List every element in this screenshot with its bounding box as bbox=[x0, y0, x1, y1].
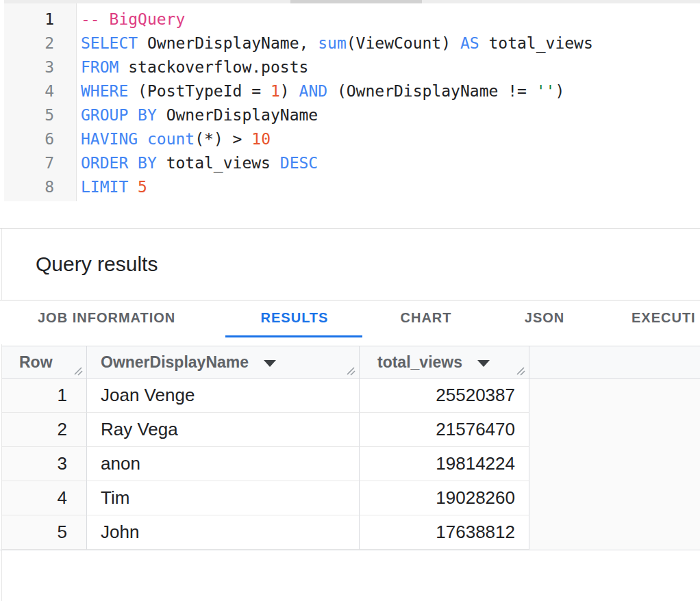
code-token: AS bbox=[460, 34, 479, 52]
code-line: LIMIT 5 bbox=[81, 175, 700, 199]
code-token bbox=[138, 130, 147, 148]
code-line: WHERE (PostTypeId = 1) AND (OwnerDisplay… bbox=[81, 79, 700, 103]
code-token: 1 bbox=[271, 82, 280, 100]
line-number: 7 bbox=[4, 151, 76, 175]
row-filler-cell bbox=[529, 413, 700, 447]
line-number: 5 bbox=[4, 103, 76, 127]
column-header-label: total_views bbox=[377, 353, 462, 372]
column-dropdown-icon[interactable] bbox=[477, 360, 490, 367]
code-token: total_views bbox=[157, 154, 280, 172]
owner-display-name-cell[interactable]: Joan Venge bbox=[87, 379, 360, 413]
table-row: 4Tim19028260 bbox=[2, 481, 700, 515]
tab-results[interactable]: RESULTS bbox=[261, 300, 329, 335]
code-line: HAVING count(*) > 10 bbox=[81, 127, 700, 151]
code-line: -- BigQuery bbox=[81, 8, 700, 31]
code-token bbox=[128, 178, 138, 196]
column-header-label: Row bbox=[19, 353, 53, 372]
total-views-cell[interactable]: 25520387 bbox=[360, 379, 529, 413]
code-line: ORDER BY total_views DESC bbox=[81, 151, 700, 175]
row-filler-cell bbox=[529, 379, 700, 413]
code-token: ) bbox=[555, 82, 564, 100]
code-token: '' bbox=[536, 82, 555, 100]
row-number-cell: 1 bbox=[2, 379, 87, 413]
bigquery-results-screen: 12345678 -- BigQuerySELECT OwnerDisplayN… bbox=[0, 0, 700, 601]
owner-display-name-cell[interactable]: John bbox=[87, 515, 360, 550]
code-token: total_views bbox=[479, 34, 593, 52]
code-line: FROM stackoverflow.posts bbox=[81, 55, 700, 79]
code-token: WHERE bbox=[81, 82, 128, 100]
code-token: LIMIT bbox=[81, 178, 128, 196]
column-header-label: OwnerDisplayName bbox=[101, 353, 249, 372]
code-token: 5 bbox=[138, 178, 147, 196]
column-header-row[interactable]: Row bbox=[2, 346, 87, 378]
total-views-cell[interactable]: 21576470 bbox=[360, 413, 529, 447]
code-token: DESC bbox=[280, 154, 318, 172]
table-header-row: Row OwnerDisplayName total_views bbox=[2, 346, 700, 379]
code-token: AND bbox=[299, 82, 328, 100]
owner-display-name-cell[interactable]: Tim bbox=[87, 481, 360, 515]
code-token: -- BigQuery bbox=[81, 10, 185, 28]
column-header-ownerdisplayname[interactable]: OwnerDisplayName bbox=[87, 346, 360, 378]
code-token: (PostTypeId = bbox=[128, 82, 271, 100]
code-token: ORDER BY bbox=[81, 154, 157, 172]
column-header-total-views[interactable]: total_views bbox=[360, 346, 529, 378]
owner-display-name-cell[interactable]: anon bbox=[87, 447, 360, 481]
code-token: (ViewCount) bbox=[347, 34, 460, 52]
row-number-cell: 3 bbox=[2, 447, 87, 481]
column-resize-handle-icon[interactable] bbox=[73, 366, 84, 376]
tab-job-information[interactable]: JOB INFORMATION bbox=[38, 300, 175, 335]
code-token: OwnerDisplayName, bbox=[138, 34, 318, 52]
code-token: GROUP BY bbox=[81, 106, 157, 124]
table-row: 2Ray Vega21576470 bbox=[2, 413, 700, 447]
total-views-cell[interactable]: 19028260 bbox=[360, 481, 529, 515]
code-token: 10 bbox=[251, 130, 271, 148]
total-views-cell[interactable]: 17638812 bbox=[360, 515, 529, 550]
column-header-filler bbox=[529, 346, 700, 378]
line-number: 8 bbox=[4, 175, 76, 199]
code-token: (*) > bbox=[195, 130, 251, 148]
code-token: SELECT bbox=[81, 34, 138, 52]
table-row: 3anon19814224 bbox=[2, 447, 700, 481]
line-number-gutter: 12345678 bbox=[4, 3, 77, 201]
row-number-cell: 4 bbox=[2, 481, 87, 515]
column-resize-handle-icon[interactable] bbox=[345, 366, 356, 376]
code-token: OwnerDisplayName bbox=[157, 106, 318, 124]
results-table: Row OwnerDisplayName total_views bbox=[2, 346, 700, 550]
table-row: 5John17638812 bbox=[2, 515, 700, 550]
column-dropdown-icon[interactable] bbox=[264, 360, 276, 367]
active-tab-indicator bbox=[225, 335, 362, 337]
tab-execution-details[interactable]: EXECUTI bbox=[632, 300, 696, 335]
row-filler-cell bbox=[529, 481, 700, 515]
code-line: GROUP BY OwnerDisplayName bbox=[81, 103, 700, 127]
code-line: SELECT OwnerDisplayName, sum(ViewCount) … bbox=[81, 31, 700, 55]
code-token: HAVING bbox=[81, 130, 138, 148]
row-filler-cell bbox=[529, 447, 700, 481]
results-tab-bar: JOB INFORMATION RESULTS CHART JSON EXECU… bbox=[0, 300, 700, 344]
query-results-title: Query results bbox=[36, 229, 158, 300]
column-resize-handle-icon[interactable] bbox=[515, 366, 526, 376]
code-token: ) bbox=[280, 82, 299, 100]
table-row: 1Joan Venge25520387 bbox=[2, 379, 700, 413]
row-number-cell: 5 bbox=[2, 515, 87, 550]
code-token: stackoverflow.posts bbox=[118, 58, 308, 76]
table-body: 1Joan Venge255203872Ray Vega215764703ano… bbox=[2, 379, 700, 550]
line-number: 2 bbox=[4, 31, 76, 55]
code-area[interactable]: -- BigQuerySELECT OwnerDisplayName, sum(… bbox=[77, 3, 700, 209]
code-token: sum bbox=[318, 34, 347, 52]
row-number-cell: 2 bbox=[2, 413, 87, 447]
code-token: FROM bbox=[81, 58, 118, 76]
sql-editor[interactable]: 12345678 -- BigQuerySELECT OwnerDisplayN… bbox=[0, 3, 700, 228]
code-token: count bbox=[147, 130, 195, 148]
tab-chart[interactable]: CHART bbox=[401, 300, 452, 335]
line-number: 4 bbox=[4, 79, 76, 103]
total-views-cell[interactable]: 19814224 bbox=[360, 447, 529, 481]
line-number: 3 bbox=[4, 55, 76, 79]
owner-display-name-cell[interactable]: Ray Vega bbox=[87, 413, 360, 447]
line-number: 1 bbox=[4, 8, 76, 31]
line-number: 6 bbox=[4, 127, 76, 151]
code-token: (OwnerDisplayName != bbox=[327, 82, 536, 100]
tab-json[interactable]: JSON bbox=[525, 300, 564, 335]
table-bottom-border bbox=[0, 550, 700, 550]
row-filler-cell bbox=[529, 515, 700, 550]
